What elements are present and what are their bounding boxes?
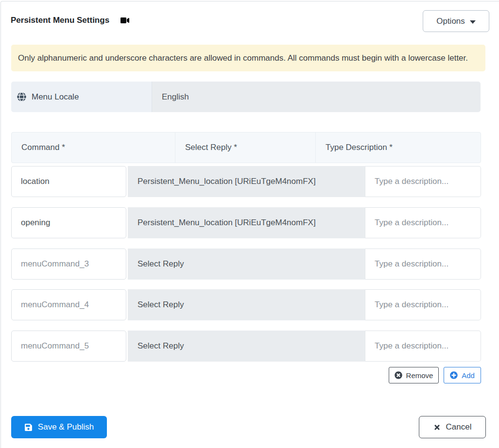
globe-icon xyxy=(17,92,27,102)
description-input[interactable]: Type a description... xyxy=(365,289,481,320)
command-input[interactable]: location xyxy=(11,166,126,197)
menu-locale-select[interactable]: English xyxy=(152,82,481,112)
description-input[interactable]: Type a description... xyxy=(365,207,481,238)
description-input[interactable]: Type a description... xyxy=(365,166,481,197)
menu-locale-value: English xyxy=(162,92,189,102)
column-header-select-reply: Select Reply * xyxy=(175,132,316,163)
save-publish-button[interactable]: Save & Publish xyxy=(11,416,107,438)
command-row: location Persistent_Menu_location [URiEu… xyxy=(11,166,481,197)
cancel-button[interactable]: Cancel xyxy=(419,416,486,438)
command-row: menuCommand_3 Select Reply Type a descri… xyxy=(11,249,481,280)
table-header-row: Command * Select Reply * Type Descriptio… xyxy=(11,132,481,163)
command-input[interactable]: opening xyxy=(11,207,126,238)
options-button-label: Options xyxy=(436,17,465,26)
column-header-type-description: Type Description * xyxy=(315,132,481,163)
reply-select[interactable]: Select Reply xyxy=(128,289,365,320)
menu-locale-group: Menu Locale English xyxy=(11,82,481,112)
x-icon xyxy=(433,424,441,431)
add-button-label: Add xyxy=(462,371,475,380)
command-row: opening Persistent_Menu_location [URiEuT… xyxy=(11,207,481,238)
row-actions: Remove Add xyxy=(0,367,481,383)
page-title-text: Persistent Menu Settings xyxy=(11,16,109,25)
command-input[interactable]: menuCommand_4 xyxy=(11,289,126,320)
remove-row-button[interactable]: Remove xyxy=(389,367,439,383)
plus-circle-icon xyxy=(450,371,458,379)
chevron-down-icon xyxy=(470,20,476,24)
remove-button-label: Remove xyxy=(406,371,433,380)
save-publish-label: Save & Publish xyxy=(38,422,94,432)
menu-locale-label: Menu Locale xyxy=(11,82,152,112)
reply-select[interactable]: Persistent_Menu_location [URiEuTgeM4nomF… xyxy=(128,207,365,238)
command-row: menuCommand_4 Select Reply Type a descri… xyxy=(11,289,481,320)
reply-select[interactable]: Select Reply xyxy=(128,331,365,362)
description-input[interactable]: Type a description... xyxy=(365,331,481,362)
reply-select[interactable]: Select Reply xyxy=(128,249,365,280)
options-button[interactable]: Options xyxy=(423,10,489,32)
reply-select[interactable]: Persistent_Menu_location [URiEuTgeM4nomF… xyxy=(128,166,365,197)
command-input[interactable]: menuCommand_3 xyxy=(11,249,126,280)
add-row-button[interactable]: Add xyxy=(444,367,481,383)
page-title: Persistent Menu Settings xyxy=(11,16,131,25)
video-camera-icon xyxy=(119,17,131,24)
cancel-button-label: Cancel xyxy=(446,422,472,432)
save-icon xyxy=(24,423,33,431)
command-row: menuCommand_5 Select Reply Type a descri… xyxy=(11,331,481,362)
commands-rule-alert: Only alphanumeric and underscore charact… xyxy=(11,45,485,71)
times-circle-icon xyxy=(395,371,402,379)
column-header-command: Command * xyxy=(11,132,175,163)
description-input[interactable]: Type a description... xyxy=(365,249,481,280)
command-input[interactable]: menuCommand_5 xyxy=(11,331,126,362)
menu-locale-label-text: Menu Locale xyxy=(32,92,79,102)
alert-text: Only alphanumeric and underscore charact… xyxy=(18,53,468,63)
